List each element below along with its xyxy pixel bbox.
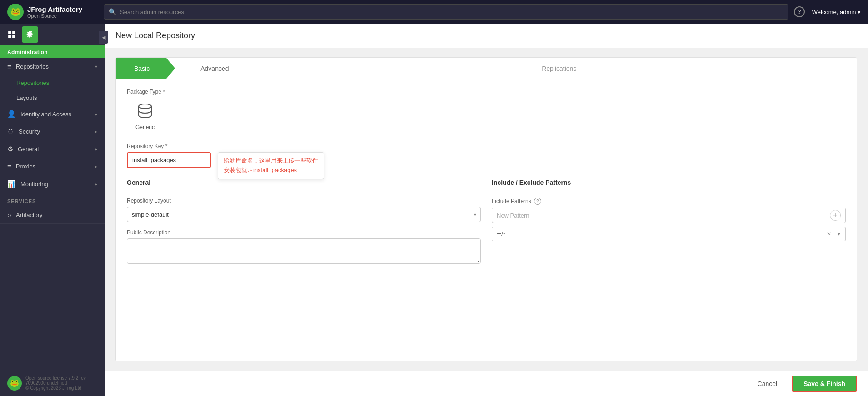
patterns-section-title: Include / Exclude Patterns xyxy=(492,179,846,190)
repo-layout-label: Repository Layout xyxy=(127,198,481,204)
artifactory-label: Artifactory xyxy=(16,212,43,218)
main-layout: Administration ≡ Repositories ▾ Reposito… xyxy=(0,24,868,396)
svg-point-4 xyxy=(139,104,151,109)
chevron-right-icon: ▸ xyxy=(95,112,97,117)
new-pattern-container: New Pattern + xyxy=(492,208,846,223)
package-type-section: Package Type * Generic xyxy=(127,89,846,134)
add-pattern-button[interactable]: + xyxy=(830,210,841,221)
pattern-tag-text: **/* xyxy=(492,231,824,238)
footer-logo: 🐸 xyxy=(7,376,22,391)
new-pattern-placeholder: New Pattern xyxy=(497,212,529,219)
pattern-tag: **/* ✕ ▾ xyxy=(492,227,846,241)
sidebar-toggle[interactable]: ◀ xyxy=(99,31,108,44)
tab-advanced[interactable]: Advanced xyxy=(175,58,254,79)
repo-key-box xyxy=(127,152,211,168)
generic-package-icon xyxy=(136,102,154,121)
save-finish-button[interactable]: Save & Finish xyxy=(792,376,857,392)
general-icon: ⚙ xyxy=(7,145,13,153)
sidebar-item-artifactory[interactable]: ○ Artifactory xyxy=(0,207,105,224)
bottom-bar: Cancel Save & Finish xyxy=(105,371,868,396)
package-icon-container[interactable]: Generic xyxy=(127,98,163,134)
public-desc-label: Public Description xyxy=(127,229,481,236)
grid-icon[interactable] xyxy=(4,26,20,43)
repo-key-section: Repository Key * 给新库命名，这里用来上传一些软件 安装包就叫i… xyxy=(127,143,846,168)
public-desc-input[interactable] xyxy=(127,238,481,264)
logo-icon: 🐸 xyxy=(7,4,24,20)
repo-layout-wrapper: simple-default ▾ xyxy=(127,207,481,222)
include-patterns-label: Include Patterns ? xyxy=(492,198,846,205)
two-col-section: General Repository Layout simple-default… xyxy=(127,179,846,272)
annotation-bubble: 给新库命名，这里用来上传一些软件 安装包就叫install_packages xyxy=(218,152,324,179)
general-section: General Repository Layout simple-default… xyxy=(127,179,481,272)
annotation-line1: 给新库命名，这里用来上传一些软件 xyxy=(224,156,318,166)
user-icon: 👤 xyxy=(7,110,16,118)
repositories-label: Repositories xyxy=(16,63,49,70)
tab-basic[interactable]: Basic xyxy=(116,58,175,79)
search-icon: 🔍 xyxy=(109,8,116,15)
repo-key-label: Repository Key * xyxy=(127,143,846,149)
form-content: Package Type * Generic xyxy=(116,79,857,361)
topbar: 🐸 JFrog Artifactory Open Source 🔍 ? Welc… xyxy=(0,0,868,24)
proxies-label: Proxies xyxy=(16,163,35,170)
sidebar-item-proxies[interactable]: ≡ Proxies ▸ xyxy=(0,158,105,175)
public-desc-group: Public Description xyxy=(127,229,481,265)
chevron-right-icon-4: ▸ xyxy=(95,164,97,169)
identity-access-label: Identity and Access xyxy=(20,111,71,118)
sidebar-item-security[interactable]: 🛡 Security ▸ xyxy=(0,123,105,140)
repo-key-input[interactable] xyxy=(132,157,205,163)
sidebar-footer: 🐸 Open source license 7.9.2 rev 70902900… xyxy=(0,370,105,396)
wizard-tabs: Basic Advanced Replications xyxy=(116,58,857,79)
sidebar-item-general[interactable]: ⚙ General ▸ xyxy=(0,140,105,158)
footer-copyright: © Copyright 2023 JFrog Ltd xyxy=(25,386,86,391)
search-input[interactable] xyxy=(120,9,783,15)
package-type-label: Package Type * xyxy=(127,89,846,95)
svg-rect-1 xyxy=(12,31,15,34)
proxies-icon: ≡ xyxy=(7,163,11,170)
general-label: General xyxy=(18,146,39,153)
sidebar-item-identity-access[interactable]: 👤 Identity and Access ▸ xyxy=(0,105,105,123)
footer-license: Open source license 7.9.2 rev xyxy=(25,376,86,381)
sidebar-item-repositories-sub[interactable]: Repositories xyxy=(0,75,105,90)
pattern-clear-icon[interactable]: ✕ xyxy=(824,229,833,238)
patterns-section: Include / Exclude Patterns Include Patte… xyxy=(492,179,846,272)
chevron-right-icon-2: ▸ xyxy=(95,129,97,134)
page-body: Basic Advanced Replications Package Type… xyxy=(105,48,868,371)
user-welcome[interactable]: Welcome, admin ▾ xyxy=(812,9,861,15)
tab-replications[interactable]: Replications xyxy=(254,58,857,79)
svg-rect-0 xyxy=(8,31,11,34)
admin-section-label: Administration xyxy=(0,45,105,58)
sidebar-item-monitoring[interactable]: 📊 Monitoring ▸ xyxy=(0,175,105,193)
cancel-button[interactable]: Cancel xyxy=(748,376,787,391)
logo: 🐸 JFrog Artifactory Open Source xyxy=(7,4,98,20)
pattern-down-icon[interactable]: ▾ xyxy=(834,229,843,238)
shield-icon: 🛡 xyxy=(7,128,14,135)
content-area: New Local Repository Basic Advanced Repl… xyxy=(105,24,868,396)
sidebar: Administration ≡ Repositories ▾ Reposito… xyxy=(0,24,105,396)
page-title: New Local Repository xyxy=(105,24,868,48)
general-section-title: General xyxy=(127,179,481,190)
repo-layout-group: Repository Layout simple-default ▾ xyxy=(127,198,481,222)
services-section-label: SERVICES xyxy=(0,193,105,207)
include-patterns-help-icon[interactable]: ? xyxy=(534,198,541,205)
search-bar[interactable]: 🔍 xyxy=(104,4,788,20)
monitoring-label: Monitoring xyxy=(20,181,48,188)
app-edition: Open Source xyxy=(27,13,82,19)
artifactory-icon: ○ xyxy=(7,211,11,219)
annotation-line2: 安装包就叫install_packages xyxy=(224,166,318,175)
repositories-icon: ≡ xyxy=(7,63,11,70)
package-name: Generic xyxy=(135,124,155,130)
svg-rect-2 xyxy=(8,35,11,38)
sidebar-item-repositories[interactable]: ≡ Repositories ▾ xyxy=(0,58,105,75)
sidebar-item-layouts[interactable]: Layouts xyxy=(0,90,105,105)
repo-layout-select[interactable]: simple-default xyxy=(127,207,481,222)
svg-rect-3 xyxy=(12,35,15,38)
footer-rev: 70902900 undefined xyxy=(25,381,86,386)
gear-icon[interactable] xyxy=(22,26,38,43)
help-icon[interactable]: ? xyxy=(794,6,805,17)
chevron-down-icon: ▾ xyxy=(95,64,97,69)
monitoring-icon: 📊 xyxy=(7,180,16,188)
chevron-right-icon-5: ▸ xyxy=(95,182,97,187)
chevron-right-icon-3: ▸ xyxy=(95,147,97,152)
security-label: Security xyxy=(19,128,40,135)
app-name: JFrog Artifactory xyxy=(27,5,82,13)
